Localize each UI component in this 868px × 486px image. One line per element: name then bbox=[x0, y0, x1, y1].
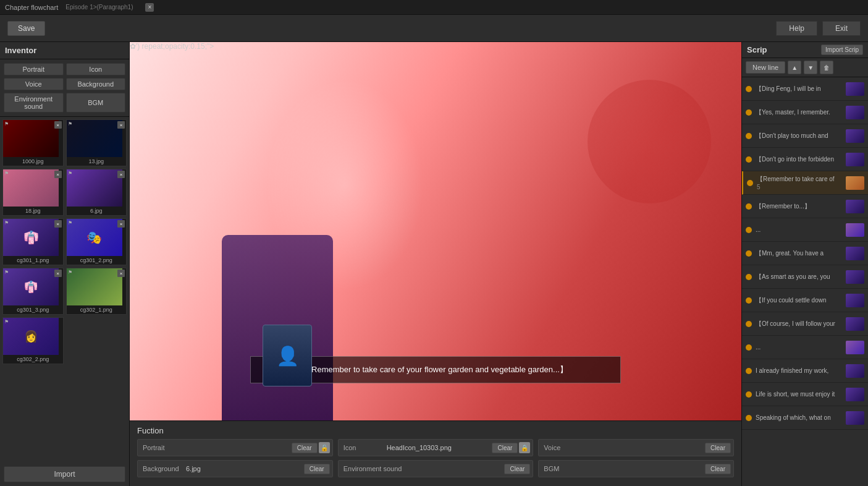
scrip-thumbnail bbox=[846, 341, 864, 354]
scrip-list: 【Ding Feng, I will be in 【Yes, master, I… bbox=[742, 77, 868, 486]
scroll-up-button[interactable]: ▲ bbox=[788, 61, 801, 74]
env-sound-btn[interactable]: Environment sound bbox=[4, 93, 64, 113]
item-label: 6.jpg bbox=[67, 207, 127, 215]
icon-clear-button[interactable]: Clear bbox=[492, 443, 518, 453]
scrip-text: Speaking of which, what on bbox=[756, 414, 846, 421]
env-sound-clear-button[interactable]: Clear bbox=[504, 464, 530, 474]
new-line-button[interactable]: New line bbox=[746, 61, 785, 74]
scrip-thumbnail bbox=[846, 223, 864, 237]
item-close-icon[interactable]: × bbox=[117, 121, 125, 129]
list-item[interactable]: × ⚑ 🎭 cg301_2.png bbox=[66, 218, 127, 265]
item-close-icon[interactable]: × bbox=[117, 171, 125, 178]
dialog-text: 【Remember to take care of your flower ga… bbox=[303, 365, 568, 374]
scrip-header: Scrip Import Scrip bbox=[742, 42, 868, 58]
table-row[interactable]: ... bbox=[742, 218, 868, 242]
table-row[interactable]: 【If you could settle down bbox=[742, 289, 868, 312]
item-label: cg301_1.png bbox=[3, 256, 63, 265]
table-row[interactable]: 【Remember to take care of 5 bbox=[742, 171, 868, 195]
scrip-thumbnail bbox=[846, 129, 864, 143]
portrait-lock-icon[interactable]: 🔓 bbox=[319, 442, 330, 453]
item-flag-icon: ⚑ bbox=[4, 121, 12, 129]
scrip-toolbar: New line ▲ ▼ 🗑 bbox=[742, 58, 868, 77]
scrip-dot bbox=[746, 227, 752, 233]
import-scrip-button[interactable]: Import Scrip bbox=[821, 45, 863, 55]
scroll-down-button[interactable]: ▼ bbox=[804, 61, 817, 74]
function-row-1: Portrait Clear 🔓 Icon HeadIcon_10303.png… bbox=[137, 439, 734, 456]
inventor-panel: Inventor Portrait Icon Voice Background … bbox=[0, 42, 130, 486]
table-row[interactable]: 【Don't play too much and bbox=[742, 124, 868, 148]
voice-value bbox=[584, 445, 705, 450]
item-flag-icon: ⚑ bbox=[68, 220, 75, 228]
bgm-btn[interactable]: BGM bbox=[66, 93, 126, 113]
list-item[interactable]: × ⚑ 1000.jpg bbox=[2, 119, 64, 166]
item-close-icon[interactable]: × bbox=[117, 220, 125, 228]
scrip-thumbnail bbox=[846, 82, 864, 96]
list-item[interactable]: × ⚑ 👘 cg301_3.png bbox=[2, 268, 64, 315]
scrip-text: 【Of course, I will follow your bbox=[756, 320, 846, 328]
table-row[interactable]: 【Don't go into the forbidden bbox=[742, 148, 868, 171]
inventor-buttons: Portrait Icon Voice Background Environme… bbox=[0, 59, 129, 117]
scrip-thumbnail bbox=[846, 270, 864, 284]
close-icon[interactable]: × bbox=[145, 3, 154, 12]
item-flag-icon: ⚑ bbox=[4, 220, 12, 228]
title-bar: Chapter flowchart Episode 1>(Paragraph1)… bbox=[0, 0, 868, 15]
scrip-dot bbox=[746, 274, 752, 280]
list-item[interactable]: × ⚑ 18.jpg bbox=[2, 169, 64, 216]
icon-value: HeadIcon_10303.png bbox=[384, 441, 492, 454]
scrip-dot bbox=[746, 415, 752, 421]
table-row[interactable]: 【Ding Feng, I will be in bbox=[742, 77, 868, 101]
help-button[interactable]: Help bbox=[776, 21, 817, 36]
portrait-btn[interactable]: Portrait bbox=[4, 63, 64, 75]
app-title: Chapter flowchart bbox=[5, 4, 58, 11]
delete-line-button[interactable]: 🗑 bbox=[820, 61, 833, 74]
item-label: 18.jpg bbox=[3, 207, 63, 215]
icon-btn[interactable]: Icon bbox=[66, 63, 126, 75]
list-item[interactable]: × ⚑ 👘 cg301_1.png bbox=[2, 218, 64, 265]
icon-label: Icon bbox=[341, 441, 384, 454]
scrip-thumbnail bbox=[846, 153, 864, 166]
scrip-text: I already finished my work, bbox=[756, 367, 846, 374]
background-btn[interactable]: Background bbox=[66, 78, 126, 90]
table-row[interactable]: 【Yes, master, I remember. bbox=[742, 101, 868, 124]
voice-btn[interactable]: Voice bbox=[4, 78, 64, 90]
portrait-clear-button[interactable]: Clear bbox=[292, 443, 318, 453]
inventor-grid: × ⚑ 1000.jpg × ⚑ 13.jpg × ⚑ bbox=[0, 117, 129, 463]
table-row[interactable]: ... bbox=[742, 336, 868, 359]
item-close-icon[interactable]: × bbox=[54, 220, 62, 228]
list-item[interactable]: × ⚑ 6.jpg bbox=[66, 169, 127, 216]
table-row[interactable]: Life is short, we must enjoy it bbox=[742, 383, 868, 406]
bgm-clear-button[interactable]: Clear bbox=[705, 464, 731, 474]
table-row[interactable]: 【Remember to...】 bbox=[742, 195, 868, 218]
portrait-label: Portrait bbox=[140, 441, 183, 454]
item-close-icon[interactable]: × bbox=[54, 171, 62, 178]
scrip-text: 【Yes, master, I remember. bbox=[756, 108, 846, 117]
voice-label: Voice bbox=[541, 441, 584, 454]
background-group: Background 6.jpg Clear bbox=[137, 460, 333, 477]
table-row[interactable]: 【Of course, I will follow your bbox=[742, 312, 868, 336]
item-close-icon[interactable]: × bbox=[54, 270, 62, 277]
scrip-text: 【Remember to...】 bbox=[756, 202, 846, 211]
table-row[interactable]: 【Mm, great. You have a bbox=[742, 242, 868, 265]
scrip-panel: Scrip Import Scrip New line ▲ ▼ 🗑 【Ding … bbox=[741, 42, 868, 486]
table-row[interactable]: Speaking of which, what on bbox=[742, 406, 868, 430]
scrip-dot bbox=[746, 368, 752, 374]
table-row[interactable]: 【As smart as you are, you bbox=[742, 265, 868, 289]
portrait-value bbox=[183, 445, 292, 450]
voice-clear-button[interactable]: Clear bbox=[705, 443, 731, 453]
import-button[interactable]: Import bbox=[4, 466, 125, 482]
background-clear-button[interactable]: Clear bbox=[304, 464, 330, 474]
scrip-thumbnail bbox=[846, 200, 864, 213]
item-close-icon[interactable]: × bbox=[54, 121, 62, 129]
list-item[interactable]: × ⚑ 13.jpg bbox=[66, 119, 127, 166]
bgm-value bbox=[584, 466, 705, 471]
table-row[interactable]: I already finished my work, bbox=[742, 359, 868, 383]
icon-lock-icon[interactable]: 🔒 bbox=[519, 442, 530, 453]
scrip-dot bbox=[746, 391, 752, 398]
scrip-thumbnail bbox=[846, 411, 864, 425]
exit-button[interactable]: Exit bbox=[822, 21, 861, 36]
function-bar: Fuction Portrait Clear 🔓 Icon HeadIcon_1… bbox=[130, 420, 741, 486]
list-item[interactable]: × ⚑ cg302_1.png bbox=[66, 268, 127, 315]
save-button[interactable]: Save bbox=[7, 21, 45, 36]
item-close-icon[interactable]: × bbox=[117, 270, 125, 277]
list-item[interactable]: ⚑ 👩 cg302_2.png bbox=[2, 317, 64, 364]
